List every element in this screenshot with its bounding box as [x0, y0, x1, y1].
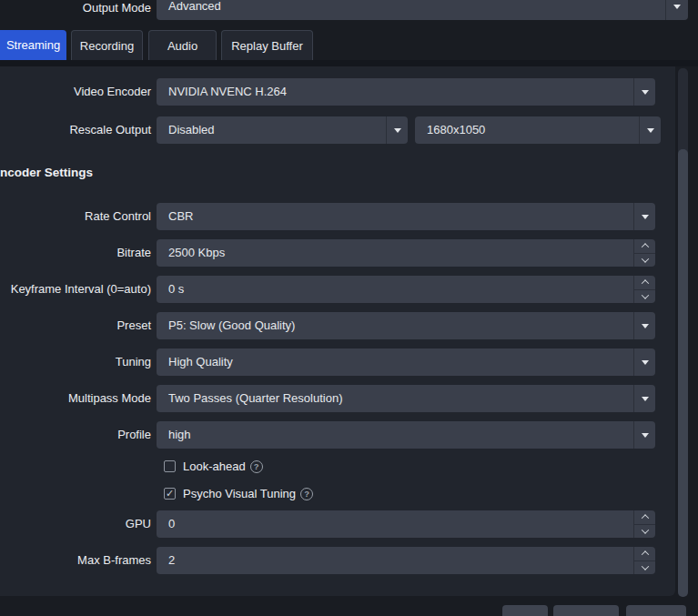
bitrate-input[interactable]: 2500 Kbps — [157, 239, 655, 267]
chevron-down-icon — [641, 291, 648, 298]
keyframe-interval-value: 0 s — [157, 276, 655, 303]
gpu-value: 0 — [157, 510, 655, 538]
gpu-spin-up[interactable] — [634, 510, 655, 525]
preset-label: Preset — [0, 312, 151, 339]
preset-select[interactable]: P5: Slow (Good Quality) — [157, 312, 655, 339]
max-bframes-spin-down[interactable] — [634, 561, 655, 575]
scrollbar-handle[interactable] — [678, 149, 688, 597]
tab-streaming-label: Streaming — [6, 38, 60, 52]
video-encoder-label: Video Encoder — [0, 78, 151, 106]
gpu-input[interactable]: 0 — [157, 510, 655, 538]
profile-value: high — [157, 421, 655, 449]
output-mode-select[interactable]: Advanced — [157, 0, 688, 20]
gpu-spin-down[interactable] — [634, 525, 655, 539]
tab-pane-divider — [0, 60, 698, 66]
help-icon: ? — [250, 460, 263, 473]
help-icon: ? — [300, 488, 313, 500]
rescale-resolution-value: 1680x1050 — [415, 116, 661, 144]
bitrate-spin-down[interactable] — [634, 254, 655, 268]
tab-audio-label: Audio — [167, 39, 197, 53]
chevron-up-icon — [641, 514, 648, 521]
rescale-output-select[interactable]: Disabled — [157, 116, 408, 144]
chevron-down-icon — [641, 562, 648, 570]
psycho-visual-tuning-checkbox[interactable]: ✓ — [164, 488, 176, 500]
profile-select[interactable]: high — [157, 421, 655, 449]
rate-control-label: Rate Control — [0, 203, 151, 230]
chevron-down-icon — [633, 203, 655, 230]
tuning-label: Tuning — [0, 348, 151, 376]
chevron-up-icon — [641, 550, 648, 558]
bitrate-spin-up[interactable] — [634, 239, 655, 254]
max-bframes-label: Max B-frames — [0, 547, 151, 574]
multipass-mode-label: Multipass Mode — [0, 385, 151, 412]
chevron-down-icon — [641, 526, 648, 533]
chevron-down-icon — [633, 312, 655, 339]
psycho-visual-tuning-label: Psycho Visual Tuning — [183, 487, 296, 500]
tab-streaming[interactable]: Streaming — [0, 30, 66, 60]
psycho-visual-tuning-row: ✓ Psycho Visual Tuning ? — [164, 486, 313, 501]
chevron-down-icon — [633, 421, 655, 449]
keyframe-spin-up[interactable] — [634, 276, 655, 290]
chevron-down-icon — [633, 78, 655, 106]
rescale-output-label: Rescale Output — [0, 116, 151, 144]
chevron-down-icon — [386, 116, 408, 144]
multipass-mode-select[interactable]: Two Passes (Quarter Resolution) — [157, 385, 655, 412]
output-mode-label: Output Mode — [0, 1, 151, 17]
output-mode-value: Advanced — [157, 0, 688, 20]
look-ahead-checkbox[interactable] — [164, 460, 176, 472]
rate-control-value: CBR — [157, 203, 655, 230]
max-bframes-value: 2 — [157, 547, 655, 574]
encoder-settings-title: Encoder Settings — [0, 166, 93, 179]
chevron-down-icon — [641, 255, 648, 262]
tab-audio[interactable]: Audio — [148, 30, 217, 60]
dialog-button-right[interactable] — [626, 605, 686, 616]
gpu-label: GPU — [0, 510, 151, 538]
preset-value: P5: Slow (Good Quality) — [157, 312, 655, 339]
tab-recording-label: Recording — [80, 39, 134, 53]
bitrate-value: 2500 Kbps — [157, 239, 655, 267]
chevron-down-icon — [639, 116, 661, 144]
video-encoder-value: NVIDIA NVENC H.264 — [157, 78, 655, 106]
multipass-mode-value: Two Passes (Quarter Resolution) — [157, 385, 655, 412]
tuning-select[interactable]: High Quality — [157, 348, 655, 376]
video-encoder-select[interactable]: NVIDIA NVENC H.264 — [157, 78, 655, 106]
chevron-down-icon — [665, 0, 688, 20]
keyframe-interval-input[interactable]: 0 s — [157, 276, 655, 303]
keyframe-spin-down[interactable] — [634, 290, 655, 304]
chevron-up-icon — [641, 243, 648, 250]
max-bframes-spin-up[interactable] — [634, 547, 655, 561]
keyframe-interval-label: Keyframe Interval (0=auto) — [0, 276, 151, 303]
chevron-down-icon — [633, 348, 655, 376]
tab-replay-buffer[interactable]: Replay Buffer — [221, 30, 313, 60]
chevron-up-icon — [641, 279, 648, 287]
look-ahead-row: Look-ahead ? — [164, 459, 263, 474]
rescale-resolution-select[interactable]: 1680x1050 — [415, 116, 661, 144]
rescale-output-value: Disabled — [157, 116, 408, 144]
streaming-settings-pane: Video Encoder NVIDIA NVENC H.264 Rescale… — [0, 66, 675, 596]
rate-control-select[interactable]: CBR — [157, 203, 655, 230]
dialog-button-middle[interactable] — [553, 605, 619, 616]
bitrate-label: Bitrate — [0, 239, 151, 267]
tab-replay-buffer-label: Replay Buffer — [231, 39, 303, 53]
look-ahead-label: Look-ahead — [183, 459, 246, 473]
profile-label: Profile — [0, 421, 151, 449]
dialog-button-left[interactable] — [502, 605, 548, 616]
obs-output-settings-window: Output Mode Advanced Streaming Recording… — [0, 0, 698, 616]
tab-recording[interactable]: Recording — [71, 30, 143, 60]
tuning-value: High Quality — [157, 348, 655, 376]
chevron-down-icon — [633, 385, 655, 412]
max-bframes-input[interactable]: 2 — [157, 547, 655, 574]
